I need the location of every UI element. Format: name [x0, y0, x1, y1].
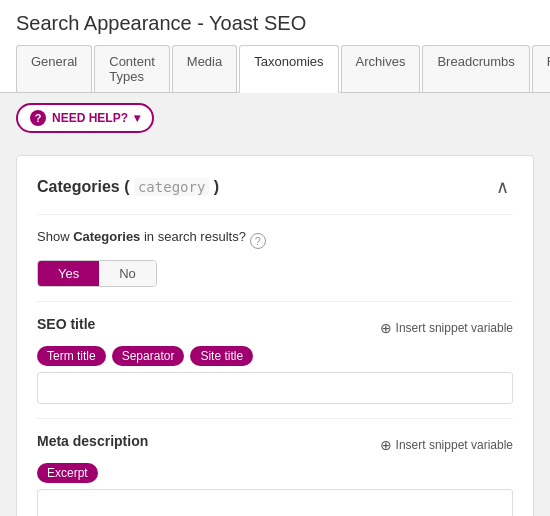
- show-label-row: Show Categories in search results? ?: [37, 229, 513, 252]
- meta-desc-tags: Excerpt: [37, 463, 513, 483]
- tag-site-title[interactable]: Site title: [190, 346, 253, 366]
- tab-rss[interactable]: RSS: [532, 45, 550, 92]
- divider-1: [37, 214, 513, 215]
- categories-card: Categories ( category ) ∧ Show Categorie…: [16, 155, 534, 516]
- tag-excerpt[interactable]: Excerpt: [37, 463, 98, 483]
- meta-desc-header: Meta description ⊕ Insert snippet variab…: [37, 433, 513, 457]
- show-in-search-section: Show Categories in search results? ? Yes…: [37, 229, 513, 287]
- plus-icon-meta: ⊕: [380, 437, 392, 453]
- insert-snippet-variable-seo[interactable]: ⊕ Insert snippet variable: [380, 320, 513, 336]
- plus-icon-seo: ⊕: [380, 320, 392, 336]
- need-help-label: NEED HELP?: [52, 111, 128, 125]
- categories-bold: Categories: [73, 229, 140, 244]
- main-content: Categories ( category ) ∧ Show Categorie…: [0, 143, 550, 516]
- tag-term-title[interactable]: Term title: [37, 346, 106, 366]
- help-bar: ? NEED HELP? ▾: [0, 93, 550, 143]
- tab-breadcrumbs[interactable]: Breadcrumbs: [422, 45, 529, 92]
- tab-general[interactable]: General: [16, 45, 92, 92]
- insert-snippet-label-meta: Insert snippet variable: [396, 438, 513, 452]
- help-question-icon: ?: [30, 110, 46, 126]
- page-wrapper: Search Appearance - Yoast SEO General Co…: [0, 0, 550, 516]
- page-title: Search Appearance - Yoast SEO: [16, 12, 534, 35]
- card-title: Categories ( category ): [37, 178, 219, 196]
- insert-snippet-variable-meta[interactable]: ⊕ Insert snippet variable: [380, 437, 513, 453]
- help-tooltip-icon[interactable]: ?: [250, 233, 266, 249]
- seo-title-input[interactable]: [37, 372, 513, 404]
- card-code-label: category: [134, 178, 209, 196]
- show-suffix: in search results?: [144, 229, 246, 244]
- seo-title-header: SEO title ⊕ Insert snippet variable: [37, 316, 513, 340]
- tabs-list: General Content Types Media Taxonomies A…: [16, 45, 534, 92]
- seo-title-section: SEO title ⊕ Insert snippet variable Term…: [37, 316, 513, 404]
- tag-separator[interactable]: Separator: [112, 346, 185, 366]
- need-help-button[interactable]: ? NEED HELP? ▾: [16, 103, 154, 133]
- seo-title-label: SEO title: [37, 316, 95, 332]
- tab-archives[interactable]: Archives: [341, 45, 421, 92]
- tab-media[interactable]: Media: [172, 45, 237, 92]
- show-label-text: Show: [37, 229, 70, 244]
- yes-option[interactable]: Yes: [38, 261, 99, 286]
- divider-3: [37, 418, 513, 419]
- seo-title-tags: Term title Separator Site title: [37, 346, 513, 366]
- meta-desc-textarea[interactable]: [37, 489, 513, 516]
- no-option[interactable]: No: [99, 261, 156, 286]
- divider-2: [37, 301, 513, 302]
- page-header: Search Appearance - Yoast SEO General Co…: [0, 0, 550, 93]
- tab-taxonomies[interactable]: Taxonomies: [239, 45, 338, 93]
- yes-no-toggle: Yes No: [37, 260, 157, 287]
- meta-desc-label: Meta description: [37, 433, 148, 449]
- tab-content-types[interactable]: Content Types: [94, 45, 170, 92]
- card-title-text: Categories: [37, 178, 120, 195]
- collapse-button[interactable]: ∧: [492, 176, 513, 198]
- insert-snippet-label-seo: Insert snippet variable: [396, 321, 513, 335]
- tab-navigation: General Content Types Media Taxonomies A…: [16, 45, 534, 92]
- card-header: Categories ( category ) ∧: [37, 176, 513, 198]
- chevron-down-icon: ▾: [134, 111, 140, 125]
- meta-description-section: Meta description ⊕ Insert snippet variab…: [37, 433, 513, 516]
